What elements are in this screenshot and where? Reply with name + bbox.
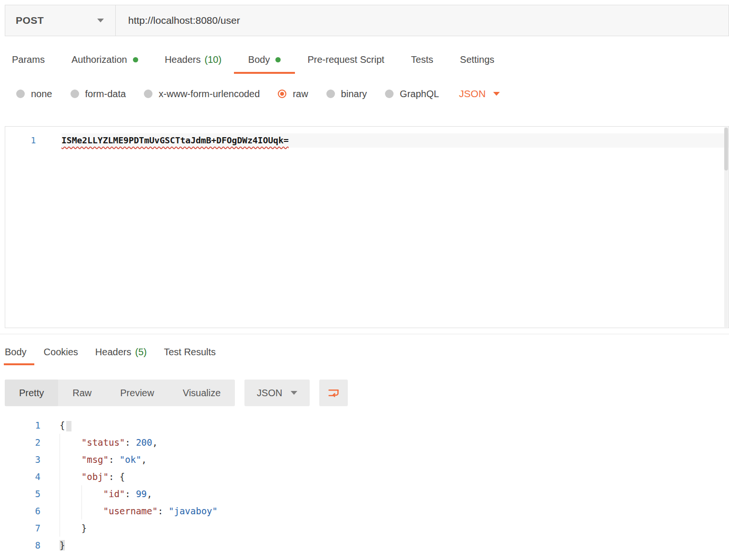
line-number: 6 xyxy=(5,502,40,520)
line-number: 7 xyxy=(5,520,40,537)
code-line: 7} xyxy=(5,520,729,537)
token: "status" xyxy=(81,437,125,448)
body-type-row: noneform-datax-www-form-urlencodedrawbin… xyxy=(5,88,729,100)
token: "ok" xyxy=(120,454,142,465)
token: "obj" xyxy=(81,471,109,482)
token: 99 xyxy=(136,489,147,499)
body-type-x-www-form-urlencoded[interactable]: x-www-form-urlencoded xyxy=(144,89,260,100)
response-format-select[interactable]: JSON xyxy=(244,380,310,406)
tab-settings[interactable]: Settings xyxy=(460,54,494,74)
status-dot xyxy=(133,57,138,62)
method-selector[interactable]: POST xyxy=(5,5,116,36)
body-type-graphql[interactable]: GraphQL xyxy=(385,89,439,100)
tab-count: (10) xyxy=(204,54,222,65)
request-tabs: ParamsAuthorizationHeaders(10)BodyPre-re… xyxy=(5,54,729,74)
token: "id" xyxy=(103,489,125,499)
response-tabs: BodyCookiesHeaders(5)Test Results xyxy=(5,347,729,365)
response-code: 1{2"status": 200,3"msg": "ok",4"obj": {5… xyxy=(5,417,729,554)
view-preview[interactable]: Preview xyxy=(106,380,168,406)
view-visualize[interactable]: Visualize xyxy=(168,380,235,406)
radio-label: x-www-form-urlencoded xyxy=(159,89,260,100)
wrap-text-button[interactable] xyxy=(319,380,348,406)
response-section: BodyCookiesHeaders(5)Test Results Pretty… xyxy=(5,347,729,554)
line-number: 3 xyxy=(5,451,40,468)
code-text: "id": 99, xyxy=(60,485,152,502)
tab-label: Settings xyxy=(460,54,494,65)
cursor-highlight xyxy=(66,421,71,431)
tab-body[interactable]: Body xyxy=(248,54,281,74)
request-url-bar: POST http://localhost:8080/user xyxy=(5,5,729,36)
radio-icon xyxy=(144,90,152,98)
tab-label: Pre-request Script xyxy=(307,54,384,65)
chevron-down-icon xyxy=(291,391,297,395)
radio-label: binary xyxy=(341,89,367,100)
tab-label: Test Results xyxy=(164,347,216,358)
tab-tests[interactable]: Tests xyxy=(411,54,434,74)
tab-params[interactable]: Params xyxy=(12,54,45,74)
section-divider xyxy=(0,334,729,334)
line-number: 2 xyxy=(5,434,40,451)
body-type-form-data[interactable]: form-data xyxy=(71,89,126,100)
tab-count: (5) xyxy=(135,347,146,358)
tab-label: Body xyxy=(248,54,270,65)
response-format-label: JSON xyxy=(257,388,282,399)
indent-guide xyxy=(60,520,81,537)
response-tab-body[interactable]: Body xyxy=(5,347,27,365)
editor-line: 1 ISMe2LLYZLME9PDTmUvGSCTtaJdmB+DFOgDWz4… xyxy=(5,127,729,148)
line-number: 1 xyxy=(5,417,40,434)
view-pretty[interactable]: Pretty xyxy=(5,380,58,406)
radio-icon xyxy=(16,90,25,98)
radio-label: form-data xyxy=(85,89,126,100)
code-text: { xyxy=(60,417,71,434)
body-type-none[interactable]: none xyxy=(16,89,52,100)
response-toolbar: PrettyRawPreviewVisualize JSON xyxy=(5,380,729,406)
token: , xyxy=(152,437,157,448)
editor-active-line[interactable]: ISMe2LLYZLME9PDTmUvGSCTtaJdmB+DFOgDWz4IO… xyxy=(61,133,729,148)
body-type-raw[interactable]: raw xyxy=(278,89,308,100)
response-tab-test-results[interactable]: Test Results xyxy=(164,347,216,365)
token: , xyxy=(147,489,152,499)
postman-app: POST http://localhost:8080/user ParamsAu… xyxy=(0,5,729,554)
body-format-select[interactable]: JSON xyxy=(459,88,500,100)
indent-guide xyxy=(60,485,81,502)
radio-label: raw xyxy=(293,89,308,100)
token: "msg" xyxy=(81,454,109,465)
code-line: 2"status": 200, xyxy=(5,434,729,451)
tab-pre-request-script[interactable]: Pre-request Script xyxy=(307,54,384,74)
token: : xyxy=(125,437,136,448)
indent-guide xyxy=(60,502,81,520)
view-raw[interactable]: Raw xyxy=(58,380,106,406)
body-format-label: JSON xyxy=(459,88,486,100)
radio-label: GraphQL xyxy=(400,89,439,100)
code-text: } xyxy=(60,537,65,554)
radio-icon xyxy=(278,90,286,98)
editor-scrollbar-thumb[interactable] xyxy=(724,128,728,170)
indent-guide xyxy=(60,434,81,451)
indent-guide xyxy=(60,468,81,485)
tab-headers[interactable]: Headers(10) xyxy=(165,54,222,74)
url-input[interactable]: http://localhost:8080/user xyxy=(116,5,729,36)
editor-line-number: 1 xyxy=(5,133,61,148)
radio-icon xyxy=(326,90,335,98)
tab-label: Authorization xyxy=(71,54,127,65)
tab-label: Body xyxy=(5,347,27,358)
code-text: "username": "javaboy" xyxy=(60,502,218,520)
status-dot xyxy=(275,57,281,62)
line-number: 5 xyxy=(5,485,40,502)
radio-icon xyxy=(71,90,79,98)
chevron-down-icon xyxy=(493,92,500,96)
code-text: "msg": "ok", xyxy=(60,451,147,468)
tab-label: Headers xyxy=(165,54,201,65)
response-tab-headers[interactable]: Headers(5) xyxy=(95,347,147,365)
code-text: "obj": { xyxy=(60,468,125,485)
code-text: "status": 200, xyxy=(60,434,158,451)
body-type-binary[interactable]: binary xyxy=(326,89,367,100)
view-mode-group: PrettyRawPreviewVisualize xyxy=(5,380,235,406)
response-tab-cookies[interactable]: Cookies xyxy=(44,347,78,365)
request-body-editor[interactable]: 1 ISMe2LLYZLME9PDTmUvGSCTtaJdmB+DFOgDWz4… xyxy=(5,126,729,328)
line-number: 8 xyxy=(5,537,40,554)
tab-label: Tests xyxy=(411,54,434,65)
method-label: POST xyxy=(16,15,44,26)
code-line: 5"id": 99, xyxy=(5,485,729,502)
tab-authorization[interactable]: Authorization xyxy=(71,54,138,74)
